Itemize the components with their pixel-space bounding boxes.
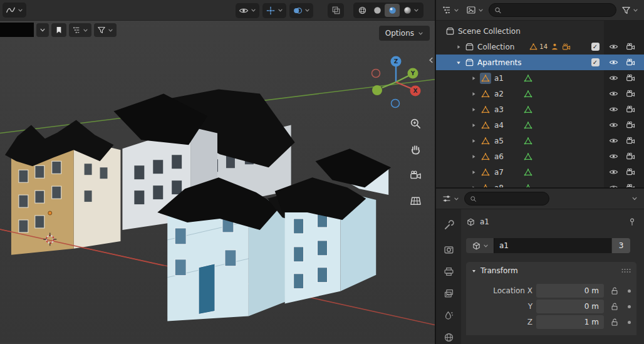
hide-eye-toggle[interactable] [608,164,619,180]
options-button[interactable]: Options [379,26,430,41]
scene-render[interactable] [0,0,435,343]
render-camera-toggle[interactable] [625,149,636,164]
gizmo-axis-neg-z[interactable] [392,100,400,108]
hide-eye-toggle[interactable] [608,133,619,149]
row-object-a4[interactable]: a4 [436,117,644,133]
location-y-field[interactable]: 0 m [536,300,604,313]
hide-eye-toggle[interactable] [608,149,619,164]
xray-toggle[interactable] [328,3,344,18]
expand-arrow-icon[interactable] [470,75,477,81]
users-count-badge[interactable]: 3 [611,238,630,253]
shading-rendered-button[interactable] [400,4,422,17]
render-camera-toggle[interactable] [625,70,636,86]
row-object-a2[interactable]: a2 [436,86,644,102]
properties-search-input[interactable] [480,194,543,203]
outliner-editor-type-button[interactable] [440,3,461,18]
render-camera-toggle[interactable] [625,86,636,102]
properties-editor-type-button[interactable] [440,191,461,206]
editor-type-button[interactable] [3,3,26,18]
tab-scene[interactable] [441,308,456,322]
expand-arrow-icon[interactable] [470,122,477,128]
row-object-a8[interactable]: a8 [436,180,644,187]
hide-eye-toggle[interactable] [608,86,619,102]
zoom-tool-button[interactable] [407,115,423,132]
display-mode-button[interactable] [464,3,486,18]
gizmo-axis-x[interactable]: X [410,86,421,96]
shading-solid-button[interactable] [370,4,385,17]
lock-toggle[interactable] [610,302,619,311]
shading-material-button[interactable] [385,4,400,17]
render-camera-toggle[interactable] [625,164,636,180]
render-camera-toggle[interactable] [625,117,636,133]
tab-tool[interactable] [441,218,456,232]
transform-panel-header[interactable]: Transform [466,262,636,279]
row-object-a5[interactable]: a5 [436,133,644,149]
expand-arrow-icon[interactable] [470,107,477,113]
tab-render[interactable] [441,242,456,256]
hide-eye-toggle[interactable] [608,55,619,70]
exclude-checkbox[interactable]: ✓ [589,55,601,70]
row-object-a7[interactable]: a7 [436,164,644,180]
tab-view-layer[interactable] [441,286,456,300]
shading-wireframe-button[interactable] [355,4,370,17]
location-z-field[interactable]: 1 m [536,315,604,329]
render-camera-toggle[interactable] [625,133,636,149]
row-object-a6[interactable]: a6 [436,149,644,164]
expand-arrow-icon[interactable] [455,44,462,50]
visibility-dropdown[interactable] [236,3,259,18]
camera-view-button[interactable] [407,167,423,183]
sidebar-collapse-arrow[interactable] [427,56,435,64]
gizmo-axis-neg-x[interactable] [372,70,380,78]
gizmo-axis-z[interactable]: Z [391,56,402,67]
panel-drag-grip[interactable] [620,266,631,276]
expand-arrow-icon[interactable] [470,169,477,175]
hide-eye-toggle[interactable] [608,70,619,86]
object-selector-button[interactable] [466,238,494,253]
tab-world[interactable] [441,330,456,344]
outliner-search-input[interactable] [506,6,611,14]
expand-arrow-icon[interactable] [470,138,477,144]
animate-dot[interactable] [628,321,631,324]
properties-options-button[interactable] [629,191,640,206]
animate-dot[interactable] [628,305,631,308]
render-camera-toggle[interactable] [625,39,636,55]
bookmark-button[interactable] [51,23,66,37]
render-camera-toggle[interactable] [625,102,636,117]
navigation-gizmo[interactable]: Z Y X [367,54,425,112]
overlays-dropdown[interactable] [289,3,313,18]
row-object-a3[interactable]: a3 [436,102,644,117]
row-scene-collection[interactable]: Scene Collection [436,23,644,39]
pin-button[interactable] [628,217,636,226]
hide-eye-toggle[interactable] [608,117,619,133]
gizmos-dropdown[interactable] [262,3,286,18]
render-camera-toggle[interactable] [625,180,636,187]
outliner-search[interactable] [489,3,616,17]
mode-dropdown[interactable] [36,23,49,37]
row-object-a1[interactable]: a1 [436,70,644,86]
exclude-checkbox[interactable]: ✓ [589,39,601,55]
pan-tool-button[interactable] [407,141,423,157]
viewport-3d[interactable]: Options Z Y X [0,0,436,344]
lock-toggle[interactable] [610,286,619,295]
gizmo-axis-y[interactable]: Y [408,68,418,79]
row-collection[interactable]: Collection 14 ✓ [436,39,644,55]
hierarchy-dropdown[interactable] [69,23,91,37]
expand-arrow-icon[interactable] [470,154,477,160]
properties-search[interactable] [464,192,549,206]
hide-eye-toggle[interactable] [608,102,619,117]
row-apartments[interactable]: Apartments ✓ [436,55,644,70]
filter-dropdown[interactable] [94,23,117,37]
render-camera-toggle[interactable] [625,55,636,70]
animate-dot[interactable] [628,289,631,293]
gizmo-axis-neg-y[interactable] [372,85,382,95]
collapse-arrow-icon[interactable] [455,60,462,66]
lock-toggle[interactable] [610,318,619,326]
tab-output[interactable] [441,264,456,278]
location-x-field[interactable]: 0 m [536,284,604,298]
outliner-filter-button[interactable] [620,3,640,18]
expand-arrow-icon[interactable] [470,185,477,188]
perspective-toggle-button[interactable] [407,192,423,209]
expand-arrow-icon[interactable] [470,91,477,97]
hide-eye-toggle[interactable] [608,180,619,187]
object-name-input[interactable] [494,238,611,253]
